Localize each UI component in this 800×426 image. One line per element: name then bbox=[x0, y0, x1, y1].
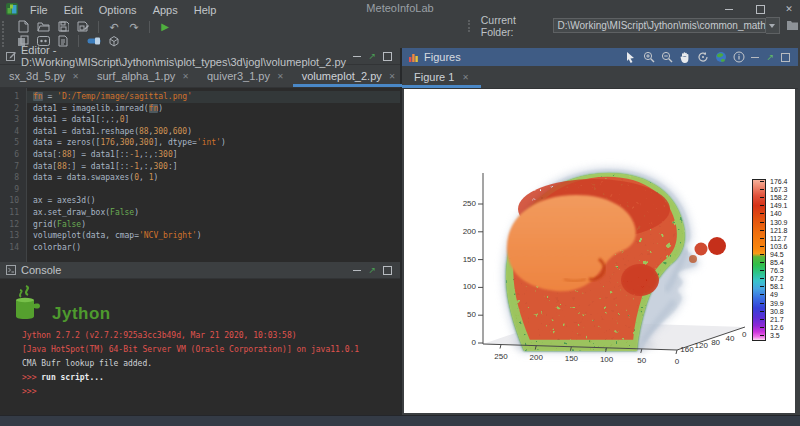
code-line[interactable]: data1 = data1[:,:,0] bbox=[27, 114, 400, 126]
open-file-button[interactable] bbox=[35, 19, 51, 34]
current-folder-dropdown-button[interactable] bbox=[766, 17, 780, 34]
tab-quiver3-1[interactable]: quiver3_1.py✕ bbox=[198, 65, 293, 87]
maximize-panel-icon[interactable] bbox=[781, 53, 790, 62]
code-line[interactable]: data = data.swapaxes(0, 1) bbox=[27, 172, 400, 184]
code-line[interactable]: data[88:] = data1[::-1,:,300:] bbox=[27, 161, 400, 173]
axis-tick-label: 50 bbox=[630, 356, 654, 365]
undo-button[interactable]: ↶ bbox=[106, 19, 122, 34]
colorbar-tick bbox=[760, 303, 764, 304]
meteoinfolab-window: FileEditOptionsAppsHelp MeteoInfoLab ✕ ↶… bbox=[0, 0, 800, 426]
zoom-out-tool-button[interactable] bbox=[660, 51, 673, 64]
save-as-button[interactable] bbox=[75, 19, 91, 34]
minimize-panel-icon[interactable] bbox=[353, 270, 361, 271]
tab-sx-3d-5[interactable]: sx_3d_5.py✕ bbox=[0, 65, 88, 87]
main-toolbar: ↶ ↷ ▶ bbox=[2, 19, 173, 34]
code-line[interactable] bbox=[27, 184, 400, 196]
axis-tick-label: 121.8 bbox=[770, 227, 796, 234]
info-icon bbox=[733, 51, 745, 63]
code-line[interactable]: data1 = data1.reshape(88,300,600) bbox=[27, 126, 400, 138]
console-line: >>> bbox=[22, 385, 359, 399]
code-line[interactable]: ax = axes3d() bbox=[27, 195, 400, 207]
code-text-area[interactable]: fn = 'D:/Temp/image/sagittal.png'data1 =… bbox=[27, 88, 400, 263]
code-line[interactable]: fn = 'D:/Temp/image/sagittal.png' bbox=[27, 91, 400, 103]
console-line: CMA Bufr lookup file added. bbox=[22, 357, 359, 371]
tab-close-icon[interactable]: ✕ bbox=[277, 72, 284, 81]
window-minimize-button[interactable] bbox=[720, 1, 738, 17]
colorbar-tick bbox=[760, 238, 764, 239]
colorbar-tick bbox=[760, 222, 764, 223]
console-lines[interactable]: Jython 2.7.2 (v2.7.2:925a3cc3b49d, Mar 2… bbox=[22, 329, 359, 399]
colorbar-tick bbox=[760, 230, 764, 231]
close-icon: ✕ bbox=[785, 4, 793, 14]
figures-panel: Figures bbox=[402, 48, 798, 415]
tab-close-icon[interactable]: ✕ bbox=[182, 72, 189, 81]
tab-figure-1[interactable]: Figure 1✕ bbox=[402, 66, 481, 88]
zoom-in-tool-button[interactable] bbox=[642, 51, 655, 64]
axis-tick-label: 67.2 bbox=[770, 275, 796, 282]
code-line[interactable]: volumeplot(data, cmap='NCV_bright') bbox=[27, 230, 400, 242]
code-line[interactable]: grid(False) bbox=[27, 219, 400, 231]
colorbar-tick bbox=[760, 270, 764, 271]
axis-tick-label: 0 bbox=[446, 338, 476, 347]
cursor-icon bbox=[625, 51, 636, 63]
current-folder-combobox[interactable]: D:\Working\MIScript\Jython\mis\common_ma… bbox=[553, 18, 766, 33]
window-close-button[interactable]: ✕ bbox=[780, 1, 798, 17]
minimize-panel-icon[interactable] bbox=[751, 57, 759, 58]
run-script-button[interactable]: ▶ bbox=[157, 19, 173, 34]
axis-tick-label: 158.2 bbox=[770, 194, 796, 201]
toolbar-drag-handle[interactable] bbox=[2, 21, 8, 33]
float-panel-icon[interactable]: ↗ bbox=[368, 52, 376, 61]
float-panel-icon[interactable]: ↗ bbox=[766, 53, 774, 62]
console-line: Jython 2.7.2 (v2.7.2:925a3cc3b49d, Mar 2… bbox=[22, 329, 359, 343]
figures-icon bbox=[408, 52, 419, 63]
window-maximize-button[interactable] bbox=[751, 1, 769, 17]
rotate-tool-button[interactable] bbox=[696, 51, 709, 64]
zoom-out-icon bbox=[661, 51, 673, 63]
toolbar-drag-handle[interactable] bbox=[2, 35, 8, 47]
colorbar-tick bbox=[760, 286, 764, 287]
code-line[interactable]: data[:88] = data1[::-1,:,:300] bbox=[27, 149, 400, 161]
window-title: MeteoInfoLab bbox=[0, 0, 800, 17]
pan-tool-button[interactable] bbox=[678, 51, 691, 64]
colorbar-tick bbox=[760, 311, 764, 312]
axis-tick-label: 103.6 bbox=[770, 243, 796, 250]
browse-folder-button[interactable] bbox=[785, 18, 800, 33]
console-output[interactable]: Jython Jython 2.7.2 (v2.7.2:925a3cc3b49d… bbox=[0, 279, 400, 416]
tab-close-icon[interactable]: ✕ bbox=[389, 72, 396, 81]
tab-surf-alpha-1[interactable]: surf_alpha_1.py✕ bbox=[88, 65, 198, 87]
zoom-in-icon bbox=[643, 51, 655, 63]
colorbar-tick bbox=[760, 278, 764, 279]
maximize-panel-icon[interactable] bbox=[383, 266, 392, 275]
colorbar-tick bbox=[760, 246, 764, 247]
code-line[interactable]: data = zeros([176,300,300], dtype='int') bbox=[27, 137, 400, 149]
colorbar-tick bbox=[760, 262, 764, 263]
toolbar-separator bbox=[98, 21, 99, 33]
minimize-panel-icon[interactable] bbox=[353, 56, 361, 57]
code-editor[interactable]: 1234567891011121314 fn = 'D:/Temp/image/… bbox=[0, 88, 400, 263]
code-line[interactable]: data1 = imagelib.imread(fn) bbox=[27, 103, 400, 115]
tab-close-icon[interactable]: ✕ bbox=[72, 72, 79, 81]
menu-bar: FileEditOptionsAppsHelp MeteoInfoLab ✕ bbox=[0, 0, 800, 18]
status-strip bbox=[0, 415, 800, 426]
new-file-button[interactable] bbox=[15, 19, 31, 34]
redo-button[interactable]: ↷ bbox=[126, 19, 142, 34]
editor-panel: Editor - D:\Working\MIScript\Jython\mis\… bbox=[0, 48, 402, 262]
axis-tick-label: 149.1 bbox=[770, 202, 796, 209]
figure-canvas-3d-plot[interactable]: 2502001501005002502001501005001601208040… bbox=[404, 89, 795, 413]
globe-tool-button[interactable] bbox=[714, 51, 727, 64]
editor-tab-bar: sx_3d_5.py✕ surf_alpha_1.py✕ quiver3_1.p… bbox=[0, 65, 400, 88]
float-panel-icon[interactable]: ↗ bbox=[368, 266, 376, 275]
rotate-icon bbox=[697, 51, 709, 63]
globe-icon bbox=[715, 51, 727, 63]
info-tool-button[interactable] bbox=[732, 51, 745, 64]
maximize-panel-icon[interactable] bbox=[383, 52, 392, 61]
save-button[interactable] bbox=[55, 19, 71, 34]
pointer-tool-button[interactable] bbox=[624, 51, 637, 64]
tab-volumeplot-2[interactable]: volumeplot_2.py✕ bbox=[293, 65, 405, 87]
code-line[interactable]: ax.set_draw_box(False) bbox=[27, 207, 400, 219]
tab-close-icon[interactable]: ✕ bbox=[462, 73, 469, 82]
eye-red-blob bbox=[695, 243, 708, 256]
axis-tick-label: 94.5 bbox=[770, 251, 796, 258]
toolbar-drag-handle[interactable] bbox=[468, 20, 474, 32]
code-line[interactable]: colorbar() bbox=[27, 242, 400, 254]
